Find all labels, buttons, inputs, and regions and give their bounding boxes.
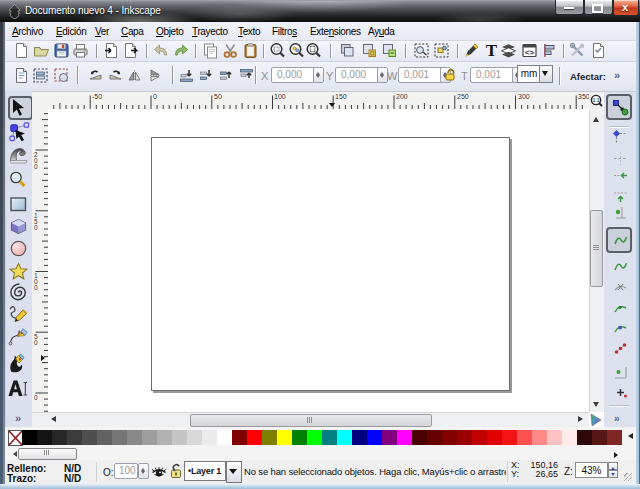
svg-text:<>: <> — [524, 48, 534, 57]
svg-text:1:1: 1:1 — [593, 97, 600, 103]
svg-text:T: T — [485, 42, 497, 59]
